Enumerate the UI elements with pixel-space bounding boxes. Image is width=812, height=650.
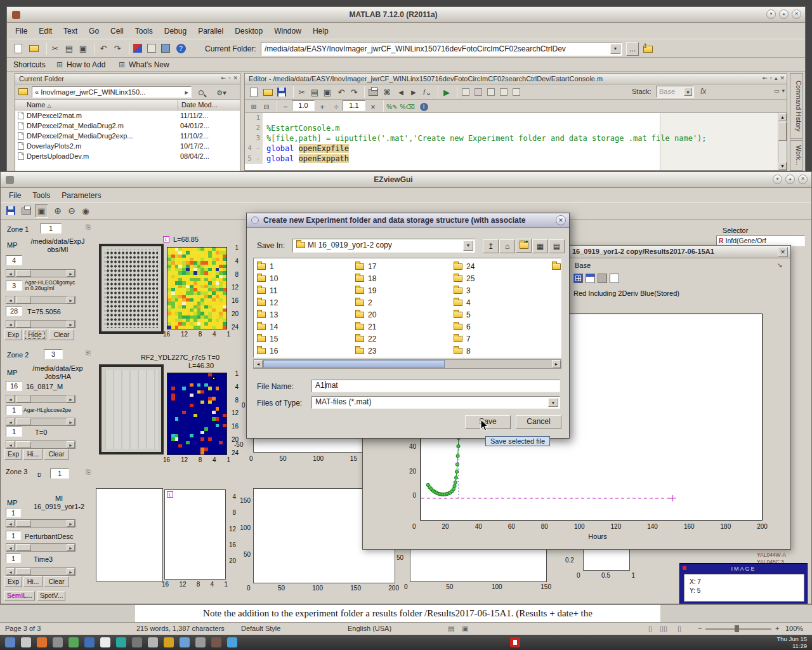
- multiply-icon[interactable]: ×: [367, 100, 379, 113]
- zone3-exp-button[interactable]: Exp: [4, 576, 22, 587]
- zone2-hide-button[interactable]: Hi...: [23, 449, 43, 460]
- zone3-spinner-a[interactable]: 1: [6, 508, 21, 517]
- slider-left-icon[interactable]: ◄: [6, 520, 15, 527]
- menu-item-file[interactable]: File: [10, 25, 33, 37]
- dialog-folder-item[interactable]: 17: [355, 260, 454, 272]
- search-icon[interactable]: [195, 86, 207, 99]
- page-count[interactable]: Page 3 of 3: [5, 625, 41, 632]
- slider-right-icon[interactable]: ►: [67, 441, 75, 448]
- save-icon[interactable]: [4, 204, 17, 217]
- breadcrumb[interactable]: « InovImager_jwrCF_WINLinx150...▸: [32, 86, 192, 98]
- taskbar-app-icon-7[interactable]: [100, 637, 110, 647]
- taskbar-app-icon-15[interactable]: [227, 637, 237, 647]
- run-icon[interactable]: ▶: [440, 86, 453, 98]
- zone2-spinner-b[interactable]: 1: [6, 405, 22, 415]
- dialog-folder-item[interactable]: 23: [355, 345, 454, 357]
- cut-icon[interactable]: ✂: [49, 42, 62, 55]
- dialog-folder-item[interactable]: 20: [355, 308, 454, 321]
- function-browse-icon[interactable]: f⌄: [421, 86, 434, 98]
- zone3-slider-1[interactable]: ◄►: [6, 519, 75, 527]
- slider-right-icon[interactable]: ►: [67, 270, 75, 277]
- blank-view-icon[interactable]: [598, 274, 607, 283]
- scrollbar-thumb[interactable]: [263, 360, 445, 368]
- popout-icon[interactable]: ⎘: [86, 349, 91, 357]
- popout-icon[interactable]: ⎘: [86, 468, 91, 476]
- editor-code-line[interactable]: 1: [245, 113, 778, 123]
- zoom-level[interactable]: 100%: [785, 625, 803, 632]
- copy-icon[interactable]: ▤: [308, 86, 321, 98]
- column-header-date[interactable]: Date Mod...: [181, 101, 218, 109]
- zoom-out-icon[interactable]: ⊖: [65, 204, 78, 217]
- popout-icon[interactable]: ⎘: [86, 223, 91, 231]
- zone2-spinner-c[interactable]: 1: [6, 427, 22, 437]
- slider-thumb[interactable]: [16, 441, 31, 448]
- dialog-folder-item[interactable]: 14: [257, 321, 355, 333]
- zoom-in-icon[interactable]: ⊕: [51, 204, 64, 217]
- print-icon[interactable]: [20, 204, 32, 217]
- chevron-down-icon[interactable]: ▼: [548, 398, 558, 407]
- paste-icon[interactable]: ▣: [77, 42, 89, 55]
- slider-track[interactable]: [15, 441, 67, 448]
- dialog-folder-item[interactable]: 4: [454, 296, 552, 308]
- breakpoint-icon-2[interactable]: [472, 86, 485, 98]
- cell-value-field-1[interactable]: 1.0: [292, 100, 315, 111]
- breakpoint-icon-1[interactable]: [459, 86, 472, 98]
- minimize-icon[interactable]: ▾: [773, 175, 782, 184]
- zone3-spinner-c[interactable]: 1: [6, 554, 21, 563]
- horizontal-scrollbar[interactable]: ◄ ►: [253, 359, 561, 369]
- details-view-icon[interactable]: ▤: [549, 239, 565, 253]
- taskbar-app-icon-12[interactable]: [180, 637, 190, 647]
- page-style[interactable]: Default Style: [241, 625, 280, 632]
- zone1-heatmap[interactable]: [167, 247, 227, 329]
- file-row[interactable]: DoverlayPlots2.m10/17/2...: [15, 141, 240, 151]
- undo-icon[interactable]: ↶: [97, 42, 110, 55]
- colormap-icon[interactable]: L: [163, 236, 169, 242]
- matlab-titlebar[interactable]: MATLAB 7.12.0 (R2011a) ▾ ▴ ✕: [7, 7, 805, 23]
- word-count[interactable]: 215 words, 1,387 characters: [136, 625, 225, 632]
- cell-value-field-2[interactable]: 1.1: [343, 100, 365, 111]
- taskbar-app-icon-10[interactable]: [148, 637, 158, 647]
- slider-right-icon[interactable]: ►: [67, 321, 75, 328]
- taskbar-app-icon-11[interactable]: [164, 637, 174, 647]
- slider-left-icon[interactable]: ◄: [6, 418, 15, 425]
- zone3-clear-button[interactable]: Clear: [44, 576, 69, 587]
- dialog-folder-item[interactable]: 9: [552, 260, 561, 272]
- zone3-spinner-b[interactable]: 1: [6, 531, 21, 540]
- slider-right-icon[interactable]: ►: [67, 568, 75, 575]
- increase-icon[interactable]: +: [316, 100, 329, 113]
- maximize-icon[interactable]: ▴: [785, 175, 795, 184]
- editor-code-line[interactable]: 5 -global openExppath: [245, 154, 778, 164]
- dialog-folder-item[interactable]: 19: [355, 284, 454, 296]
- slider-right-icon[interactable]: ►: [67, 544, 75, 551]
- uncomment-icon[interactable]: %⌫: [401, 100, 414, 113]
- taskbar-app-icon-6[interactable]: [84, 637, 95, 647]
- home-icon[interactable]: ⌂: [499, 239, 515, 253]
- split-icon[interactable]: ▭: [774, 88, 780, 94]
- zone2-slider-3[interactable]: ◄►: [6, 441, 75, 449]
- menu-item-parameters[interactable]: Parameters: [56, 189, 107, 202]
- chevron-down-icon[interactable]: ▾: [782, 88, 785, 94]
- dialog-folder-item[interactable]: 6: [454, 321, 552, 333]
- step-icon-3[interactable]: [510, 86, 523, 98]
- slider-thumb[interactable]: [16, 395, 31, 402]
- slider-left-icon[interactable]: ◄: [6, 270, 15, 277]
- slider-track[interactable]: [15, 270, 67, 277]
- taskbar-app-icon-13[interactable]: [195, 637, 206, 647]
- menu-item-text[interactable]: Text: [58, 25, 83, 37]
- column-header-name[interactable]: Name △: [27, 101, 51, 109]
- menu-item-desktop[interactable]: Desktop: [229, 25, 268, 37]
- menu-item-window[interactable]: Window: [268, 25, 307, 37]
- maximize-icon[interactable]: ▴: [779, 10, 789, 19]
- slider-track[interactable]: [15, 321, 67, 328]
- zone1-spinner-a[interactable]: 4: [6, 255, 22, 265]
- slider-track[interactable]: [15, 544, 67, 551]
- open-file-icon[interactable]: [27, 42, 40, 55]
- single-page-view-icon[interactable]: ▯: [648, 625, 652, 633]
- pan-icon[interactable]: ◉: [79, 204, 92, 217]
- menu-item-tools[interactable]: Tools: [129, 25, 159, 37]
- comment-icon[interactable]: %✎: [386, 100, 398, 113]
- simulink-icon[interactable]: [131, 42, 144, 55]
- dialog-folder-item[interactable]: 3: [454, 284, 552, 296]
- spotview-link[interactable]: SpotV...: [37, 591, 65, 600]
- new-file-icon[interactable]: [247, 86, 260, 98]
